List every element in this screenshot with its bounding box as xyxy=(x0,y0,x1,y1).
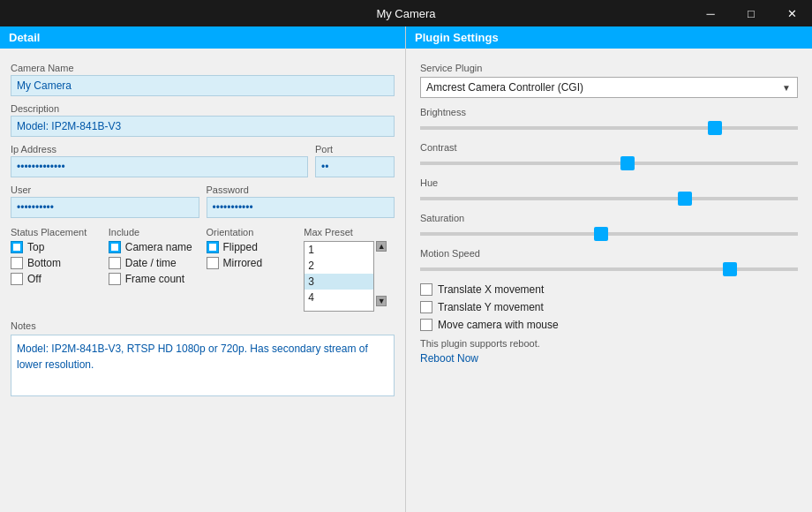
notes-area: Model: IP2M-841B-V3, RTSP HD 1080p or 72… xyxy=(11,335,395,396)
max-preset-container: 1 2 3 4 - ▲ ▼ xyxy=(304,241,395,312)
port-input[interactable] xyxy=(315,156,395,177)
include-date-time-checkbox[interactable] xyxy=(109,257,121,269)
hue-section: Hue xyxy=(420,177,798,200)
description-input[interactable] xyxy=(11,116,395,137)
include-label: Include xyxy=(109,227,199,237)
ip-address-input[interactable] xyxy=(11,156,308,177)
status-off-item: Off xyxy=(11,273,102,285)
brightness-track[interactable] xyxy=(420,126,798,130)
brightness-label: Brightness xyxy=(420,107,798,117)
translate-y-checkbox[interactable] xyxy=(420,301,432,313)
detail-header: Detail xyxy=(0,26,405,49)
status-off-checkbox[interactable] xyxy=(11,273,23,285)
password-group: Password xyxy=(207,177,395,218)
status-top-checkbox[interactable] xyxy=(11,241,23,253)
orientation-label: Orientation xyxy=(207,227,297,237)
motion-checkboxes: Translate X movement Translate Y movemen… xyxy=(420,283,798,331)
user-pass-row: User Password xyxy=(11,177,395,218)
detail-body: Camera Name Description Ip Address Port … xyxy=(0,49,405,512)
scroll-down-btn[interactable]: ▼ xyxy=(376,296,387,306)
ip-address-label: Ip Address xyxy=(11,144,308,154)
camera-name-input[interactable] xyxy=(11,75,395,96)
motion-speed-thumb[interactable] xyxy=(723,262,737,276)
status-off-label: Off xyxy=(27,273,41,285)
motion-speed-track[interactable] xyxy=(420,267,798,271)
translate-x-checkbox[interactable] xyxy=(420,283,432,296)
move-camera-checkbox[interactable] xyxy=(420,319,432,331)
service-plugin-label: Service Plugin xyxy=(420,63,798,73)
port-group: Port xyxy=(315,137,395,177)
plugin-body: Service Plugin Amcrest Camera Controller… xyxy=(406,49,812,512)
password-label: Password xyxy=(207,184,395,195)
close-button[interactable]: ✕ xyxy=(771,0,812,26)
translate-x-label: Translate X movement xyxy=(438,283,544,296)
orientation-mirrored-label: Mirrored xyxy=(223,257,263,269)
window-controls: ─ □ ✕ xyxy=(690,0,812,26)
orientation-mirrored-item: Mirrored xyxy=(207,257,297,269)
window-title: My Camera xyxy=(376,7,435,20)
status-placement-label: Status Placement xyxy=(11,227,102,237)
orientation-flipped-checkbox[interactable] xyxy=(207,241,219,253)
port-label: Port xyxy=(315,144,395,154)
contrast-section: Contrast xyxy=(420,142,798,165)
scroll-up-btn[interactable]: ▲ xyxy=(376,241,387,252)
service-plugin-wrapper: Amcrest Camera Controller (CGI) xyxy=(420,77,798,98)
include-date-time-label: Date / time xyxy=(125,257,177,269)
brightness-section: Brightness xyxy=(420,107,798,130)
maximize-button[interactable]: □ xyxy=(731,0,771,26)
brightness-thumb[interactable] xyxy=(708,121,722,135)
left-panel: Detail Camera Name Description Ip Addres… xyxy=(0,26,406,512)
orientation-flipped-label: Flipped xyxy=(223,241,258,253)
user-input[interactable] xyxy=(11,197,199,218)
plugin-header: Plugin Settings xyxy=(406,26,812,49)
ip-address-group: Ip Address xyxy=(11,137,308,177)
translate-x-item: Translate X movement xyxy=(420,283,798,296)
ip-port-row: Ip Address Port xyxy=(11,137,395,177)
include-frame-count-item: Frame count xyxy=(109,273,199,285)
reboot-now-button[interactable]: Reboot Now xyxy=(420,352,478,365)
orientation-mirrored-checkbox[interactable] xyxy=(207,257,219,269)
status-top-item: Top xyxy=(11,241,102,253)
minimize-button[interactable]: ─ xyxy=(690,0,731,26)
status-bottom-item: Bottom xyxy=(11,257,102,269)
preset-dash[interactable]: - xyxy=(304,305,373,312)
include-frame-count-checkbox[interactable] xyxy=(109,273,121,285)
max-preset-list[interactable]: 1 2 3 4 - xyxy=(304,241,374,312)
password-input[interactable] xyxy=(207,197,395,218)
motion-speed-section: Motion Speed xyxy=(420,248,798,271)
include-camera-name-checkbox[interactable] xyxy=(109,241,121,253)
preset-3[interactable]: 3 xyxy=(304,274,373,290)
preset-1[interactable]: 1 xyxy=(304,242,373,258)
contrast-thumb[interactable] xyxy=(620,156,635,170)
preset-4[interactable]: 4 xyxy=(304,290,373,305)
include-frame-count-label: Frame count xyxy=(125,273,184,285)
preset-2[interactable]: 2 xyxy=(304,258,373,274)
titlebar: My Camera ─ □ ✕ xyxy=(0,0,812,26)
move-camera-label: Move camera with mouse xyxy=(438,319,559,331)
status-bottom-checkbox[interactable] xyxy=(11,257,23,269)
user-label: User xyxy=(11,184,199,195)
status-placement-col: Status Placement Top Bottom Off xyxy=(11,227,102,289)
move-camera-item: Move camera with mouse xyxy=(420,319,798,331)
hue-track[interactable] xyxy=(420,197,798,200)
contrast-track[interactable] xyxy=(420,162,798,165)
max-preset-col: Max Preset 1 2 3 4 - ▲ ▼ xyxy=(304,227,395,312)
preset-scrollbar: ▲ ▼ xyxy=(376,241,387,312)
service-plugin-select[interactable]: Amcrest Camera Controller (CGI) xyxy=(420,77,798,98)
saturation-track[interactable] xyxy=(420,232,798,236)
description-label: Description xyxy=(11,103,395,114)
contrast-label: Contrast xyxy=(420,142,798,153)
orientation-flipped-item: Flipped xyxy=(207,241,297,253)
hue-label: Hue xyxy=(420,177,798,188)
status-top-label: Top xyxy=(27,241,44,253)
include-col: Include Camera name Date / time Frame co… xyxy=(109,227,199,289)
options-row: Status Placement Top Bottom Off xyxy=(11,227,395,312)
hue-thumb[interactable] xyxy=(678,192,692,206)
user-group: User xyxy=(11,177,199,218)
main-content: Detail Camera Name Description Ip Addres… xyxy=(0,26,812,512)
include-date-time-item: Date / time xyxy=(109,257,199,269)
include-camera-name-label: Camera name xyxy=(125,241,192,253)
saturation-thumb[interactable] xyxy=(594,227,608,241)
orientation-col: Orientation Flipped Mirrored xyxy=(207,227,297,273)
reboot-info: This plugin supports reboot. xyxy=(420,338,798,349)
